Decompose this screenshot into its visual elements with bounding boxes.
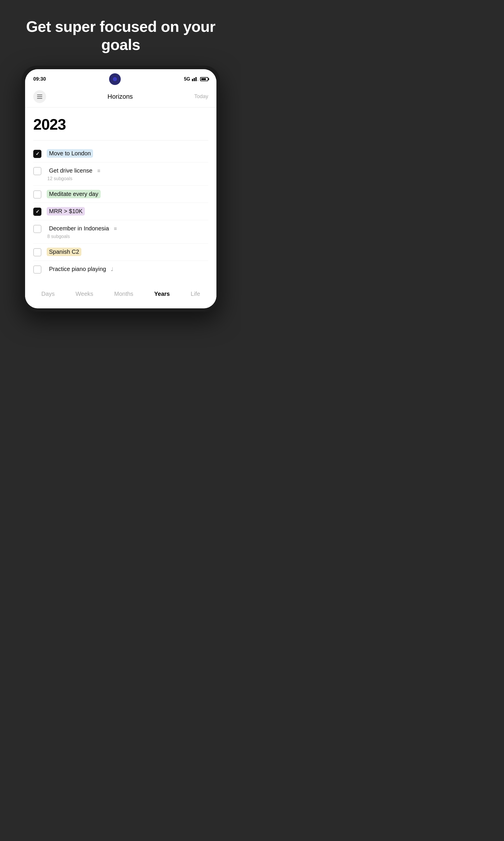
divider bbox=[33, 140, 208, 140]
goal-label-mrr: MRR > $10K bbox=[47, 207, 85, 216]
tab-days[interactable]: Days bbox=[37, 288, 59, 299]
checkbox-mrr[interactable]: ✓ bbox=[33, 208, 41, 216]
app-title: Horizons bbox=[108, 93, 133, 101]
subgoals-icon-drive-license: ≡ bbox=[97, 168, 100, 174]
goal-text-piano: Practice piano playing ♩ bbox=[47, 265, 208, 273]
tab-life[interactable]: Life bbox=[187, 288, 204, 299]
checkmark-icon: ✓ bbox=[36, 151, 39, 156]
camera-dot bbox=[113, 77, 117, 81]
goal-item-piano: Practice piano playing ♩ bbox=[33, 260, 208, 278]
tab-years[interactable]: Years bbox=[150, 288, 174, 299]
goal-label-drive-license: Get drive license bbox=[47, 167, 95, 175]
status-right: 5G bbox=[184, 76, 208, 82]
goal-label-piano: Practice piano playing bbox=[47, 265, 108, 273]
status-bar: 09:30 5G bbox=[25, 69, 216, 87]
content-area: 2023 ✓ Move to London Get drive license … bbox=[25, 107, 216, 284]
goal-text-december-indonesia: December in Indonesia ≡ 8 subgoals bbox=[47, 224, 208, 239]
checkbox-piano[interactable] bbox=[33, 265, 41, 274]
checkmark-icon-mrr: ✓ bbox=[36, 209, 39, 214]
music-icon: ♩ bbox=[111, 266, 113, 272]
subgoals-icon-december: ≡ bbox=[114, 226, 117, 231]
goal-label-december-indonesia: December in Indonesia bbox=[47, 224, 111, 233]
goal-text-spanish: Spanish C2 bbox=[47, 247, 208, 256]
goal-item-december-indonesia: December in Indonesia ≡ 8 subgoals bbox=[33, 220, 208, 243]
goal-label-spanish: Spanish C2 bbox=[47, 247, 82, 256]
subtext-drive-license: 12 subgoals bbox=[47, 176, 208, 181]
menu-line-1 bbox=[37, 95, 42, 95]
goal-label-move-london: Move to London bbox=[47, 149, 93, 158]
phone-screen: 09:30 5G bbox=[25, 69, 216, 308]
checkbox-december-indonesia[interactable] bbox=[33, 225, 41, 233]
menu-line-3 bbox=[37, 98, 42, 99]
status-time: 09:30 bbox=[33, 76, 46, 82]
tab-bar: Days Weeks Months Years Life bbox=[25, 288, 216, 299]
signal-bars-icon bbox=[192, 77, 198, 81]
goal-item-move-london: ✓ Move to London bbox=[33, 145, 208, 162]
tab-weeks[interactable]: Weeks bbox=[71, 288, 97, 299]
checkbox-move-london[interactable]: ✓ bbox=[33, 150, 41, 158]
phone-device: 09:30 5G bbox=[22, 66, 220, 312]
tab-months[interactable]: Months bbox=[110, 288, 138, 299]
menu-button[interactable] bbox=[33, 90, 46, 103]
goal-item-mrr: ✓ MRR > $10K bbox=[33, 203, 208, 220]
checkbox-spanish[interactable] bbox=[33, 248, 41, 256]
today-button[interactable]: Today bbox=[194, 93, 208, 100]
signal-bar-3 bbox=[195, 77, 197, 81]
goal-item-drive-license: Get drive license ≡ 12 subgoals bbox=[33, 162, 208, 185]
goal-text-meditate: Meditate every day bbox=[47, 190, 208, 198]
goal-text-drive-license: Get drive license ≡ 12 subgoals bbox=[47, 167, 208, 181]
hero-title: Get super focused on your goals bbox=[0, 0, 241, 66]
goal-text-mrr: MRR > $10K bbox=[47, 207, 208, 216]
year-heading: 2023 bbox=[33, 116, 208, 133]
goal-label-meditate: Meditate every day bbox=[47, 190, 101, 198]
subtext-december-indonesia: 8 subgoals bbox=[47, 234, 208, 239]
nav-bar: Horizons Today bbox=[25, 87, 216, 107]
checkbox-meditate[interactable] bbox=[33, 190, 41, 199]
battery-fill bbox=[201, 78, 206, 80]
checkbox-drive-license[interactable] bbox=[33, 167, 41, 175]
signal-bar-4 bbox=[197, 80, 198, 81]
tab-bar-outer: Days Weeks Months Years Life bbox=[25, 284, 216, 308]
battery-icon bbox=[200, 77, 208, 81]
goal-item-spanish: Spanish C2 bbox=[33, 243, 208, 260]
signal-bar-1 bbox=[192, 79, 193, 81]
network-indicator: 5G bbox=[184, 76, 190, 82]
menu-line-2 bbox=[37, 96, 42, 97]
goal-item-meditate: Meditate every day bbox=[33, 185, 208, 203]
goal-text-move-london: Move to London bbox=[47, 149, 208, 158]
camera-notch bbox=[109, 73, 121, 85]
signal-bar-2 bbox=[194, 78, 195, 81]
